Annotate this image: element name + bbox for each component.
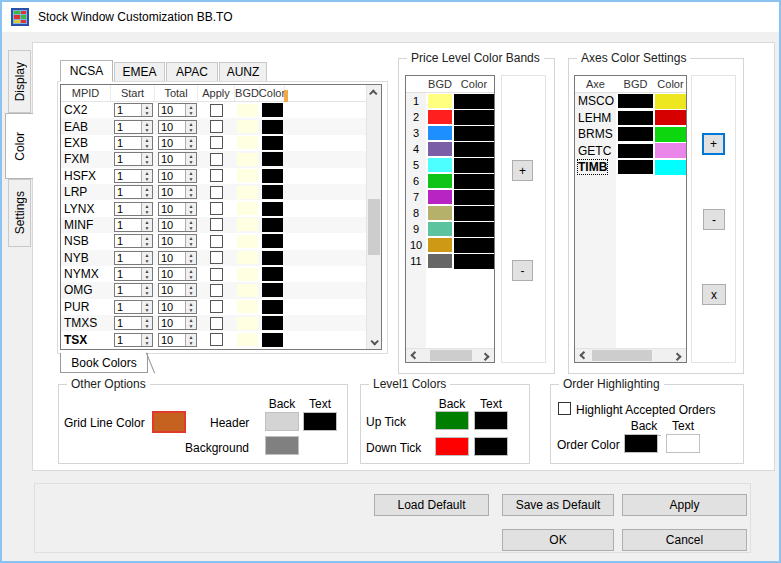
- scroll-left-icon[interactable]: [406, 349, 422, 362]
- color-swatch[interactable]: [262, 120, 283, 134]
- bgd-swatch[interactable]: [237, 120, 258, 133]
- apply-checkbox[interactable]: [210, 186, 223, 199]
- color-swatch[interactable]: [262, 169, 283, 183]
- axe-color-swatch[interactable]: [655, 94, 686, 109]
- total-spinner[interactable]: 10▲▼: [158, 103, 197, 117]
- color-swatch[interactable]: [262, 251, 283, 265]
- start-spinner[interactable]: 1▲▼: [114, 136, 153, 150]
- spinner-down-icon[interactable]: ▼: [142, 290, 152, 296]
- band-bgd-swatch[interactable]: [428, 94, 452, 108]
- apply-checkbox[interactable]: [210, 333, 223, 346]
- band-bgd-swatch[interactable]: [428, 238, 452, 252]
- bgd-swatch[interactable]: [237, 235, 258, 248]
- band-color-swatch[interactable]: [454, 190, 494, 205]
- band-color-swatch[interactable]: [454, 94, 494, 109]
- start-spinner[interactable]: 1▲▼: [114, 169, 153, 183]
- band-bgd-swatch[interactable]: [428, 158, 452, 172]
- axe-bgd-swatch[interactable]: [618, 111, 653, 125]
- total-spinner[interactable]: 10▲▼: [158, 136, 197, 150]
- price-remove-button[interactable]: -: [512, 260, 533, 281]
- axe-color-swatch[interactable]: [655, 110, 686, 125]
- price-horizontal-scrollbar[interactable]: [406, 348, 494, 362]
- load-default-button[interactable]: Load Default: [374, 494, 489, 516]
- start-spinner[interactable]: 1▲▼: [114, 316, 153, 330]
- band-color-swatch[interactable]: [454, 254, 494, 269]
- band-color-swatch[interactable]: [454, 110, 494, 125]
- up-tick-back-swatch[interactable]: [435, 411, 469, 430]
- down-tick-back-swatch[interactable]: [435, 437, 469, 456]
- band-bgd-swatch[interactable]: [428, 142, 452, 156]
- start-spinner[interactable]: 1▲▼: [114, 333, 153, 347]
- spinner-down-icon[interactable]: ▼: [142, 143, 152, 149]
- axe-bgd-swatch[interactable]: [618, 127, 653, 141]
- start-spinner[interactable]: 1▲▼: [114, 267, 153, 281]
- price-add-button[interactable]: +: [512, 160, 533, 181]
- spinner-down-icon[interactable]: ▼: [142, 258, 152, 264]
- scroll-down-icon[interactable]: [367, 334, 381, 349]
- axes-delete-button[interactable]: x: [702, 284, 726, 305]
- band-bgd-swatch[interactable]: [428, 110, 452, 124]
- axes-remove-button[interactable]: -: [703, 209, 725, 230]
- color-swatch[interactable]: [262, 300, 283, 314]
- band-bgd-swatch[interactable]: [428, 190, 452, 204]
- color-swatch[interactable]: [262, 283, 283, 297]
- apply-checkbox[interactable]: [210, 136, 223, 149]
- band-bgd-swatch[interactable]: [428, 126, 452, 140]
- start-spinner[interactable]: 1▲▼: [114, 251, 153, 265]
- apply-checkbox[interactable]: [210, 104, 223, 117]
- start-spinner[interactable]: 1▲▼: [114, 283, 153, 297]
- spinner-down-icon[interactable]: ▼: [142, 323, 152, 329]
- spinner-down-icon[interactable]: ▼: [186, 192, 196, 198]
- scrollbar-thumb[interactable]: [430, 350, 472, 361]
- start-spinner[interactable]: 1▲▼: [114, 120, 153, 134]
- spinner-down-icon[interactable]: ▼: [186, 225, 196, 231]
- background-swatch[interactable]: [265, 436, 299, 455]
- color-swatch[interactable]: [262, 316, 283, 330]
- header-text-swatch[interactable]: [303, 412, 337, 431]
- scroll-left-icon[interactable]: [575, 349, 591, 362]
- total-spinner[interactable]: 10▲▼: [158, 120, 197, 134]
- start-spinner[interactable]: 1▲▼: [114, 185, 153, 199]
- bgd-swatch[interactable]: [237, 284, 258, 297]
- spinner-down-icon[interactable]: ▼: [142, 225, 152, 231]
- spinner-down-icon[interactable]: ▼: [186, 307, 196, 313]
- spinner-down-icon[interactable]: ▼: [142, 209, 152, 215]
- highlight-accepted-orders-checkbox[interactable]: [558, 402, 571, 415]
- bgd-swatch[interactable]: [237, 251, 258, 264]
- total-spinner[interactable]: 10▲▼: [158, 234, 197, 248]
- total-spinner[interactable]: 10▲▼: [158, 267, 197, 281]
- spinner-down-icon[interactable]: ▼: [142, 274, 152, 280]
- bgd-swatch[interactable]: [237, 218, 258, 231]
- apply-checkbox[interactable]: [210, 169, 223, 182]
- tab-apac[interactable]: APAC: [166, 62, 218, 82]
- apply-checkbox[interactable]: [210, 235, 223, 248]
- start-spinner[interactable]: 1▲▼: [114, 218, 153, 232]
- band-color-swatch[interactable]: [454, 206, 494, 221]
- apply-checkbox[interactable]: [210, 202, 223, 215]
- header-back-swatch[interactable]: [265, 412, 299, 431]
- spinner-down-icon[interactable]: ▼: [142, 110, 152, 116]
- total-spinner[interactable]: 10▲▼: [158, 202, 197, 216]
- color-swatch[interactable]: [262, 202, 283, 216]
- band-color-swatch[interactable]: [454, 126, 494, 141]
- spinner-down-icon[interactable]: ▼: [186, 110, 196, 116]
- bgd-swatch[interactable]: [237, 333, 258, 346]
- total-spinner[interactable]: 10▲▼: [158, 218, 197, 232]
- spinner-down-icon[interactable]: ▼: [186, 209, 196, 215]
- cancel-button[interactable]: Cancel: [622, 529, 747, 551]
- axe-color-swatch[interactable]: [655, 143, 686, 158]
- apply-checkbox[interactable]: [210, 153, 223, 166]
- apply-checkbox[interactable]: [210, 268, 223, 281]
- tab-settings[interactable]: Settings: [8, 179, 31, 247]
- axe-bgd-swatch[interactable]: [618, 144, 653, 158]
- color-swatch[interactable]: [262, 152, 283, 166]
- spinner-down-icon[interactable]: ▼: [186, 274, 196, 280]
- spinner-down-icon[interactable]: ▼: [142, 241, 152, 247]
- spinner-down-icon[interactable]: ▼: [186, 340, 196, 346]
- bgd-swatch[interactable]: [237, 104, 258, 117]
- scrollbar-thumb[interactable]: [592, 350, 652, 361]
- bgd-swatch[interactable]: [237, 186, 258, 199]
- axe-color-swatch[interactable]: [655, 160, 686, 175]
- total-spinner[interactable]: 10▲▼: [158, 283, 197, 297]
- apply-checkbox[interactable]: [210, 120, 223, 133]
